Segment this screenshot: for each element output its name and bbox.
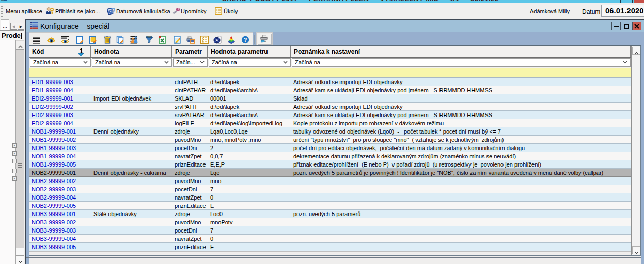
svg-text:P: P	[111, 7, 115, 14]
svg-text:?: ?	[244, 37, 247, 43]
